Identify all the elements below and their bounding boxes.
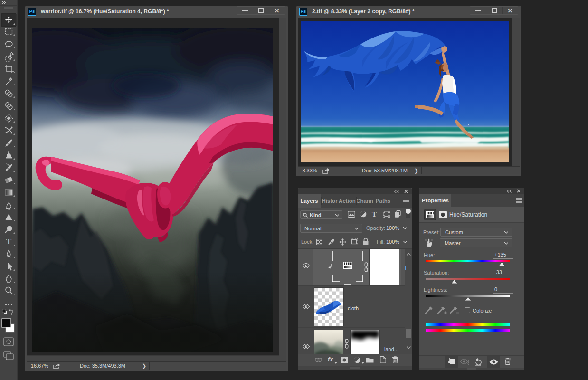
svg-text:T: T xyxy=(6,237,12,246)
